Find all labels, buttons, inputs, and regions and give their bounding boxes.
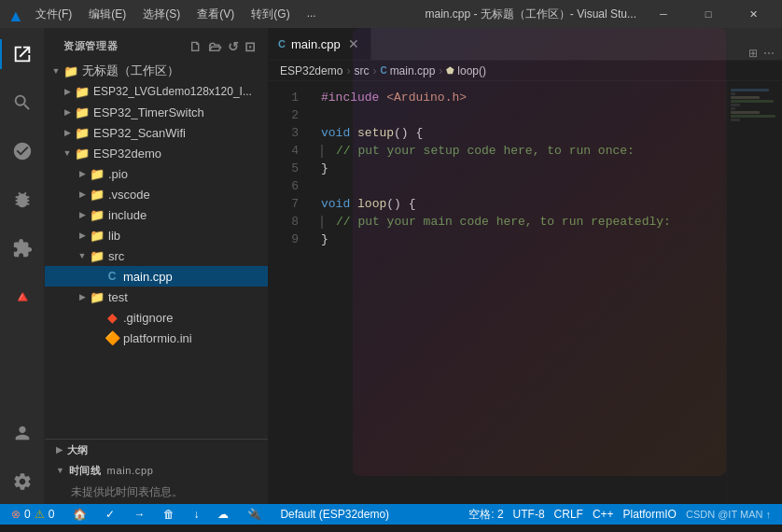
split-editor-icon[interactable]: ⊞ (748, 47, 758, 60)
label-platformio: platformio.ini (123, 331, 192, 345)
activity-accounts[interactable] (0, 411, 45, 455)
label-test: test (108, 290, 128, 304)
breadcrumb-maincpp[interactable]: C main.cpp (380, 64, 435, 77)
arrow-pio: ▶ (75, 166, 90, 181)
activity-explorer[interactable] (0, 32, 45, 77)
status-upload[interactable]: ☁ (214, 504, 232, 525)
status-language[interactable]: C++ (589, 504, 618, 525)
tree-item-pio[interactable]: ▶ 📁 .pio (45, 163, 268, 184)
window-controls: ─ □ ✕ (642, 0, 775, 28)
encoding-label: UTF-8 (513, 508, 545, 521)
close-button[interactable]: ✕ (732, 0, 775, 28)
tree-item-src[interactable]: ▼ 📁 src (45, 245, 268, 266)
tree-item-test[interactable]: ▶ 📁 test (45, 287, 268, 307)
tabs-right-actions: ⊞ ⋯ (741, 47, 782, 60)
arrow-maincpp (90, 269, 105, 284)
mini-line-1 (731, 89, 769, 91)
tree-item-gitignore[interactable]: ◆ .gitignore (45, 307, 268, 328)
breadcrumb-src[interactable]: src (354, 64, 369, 77)
collapse-icon[interactable]: ⊡ (244, 39, 257, 54)
outline-header[interactable]: ▶ 大纲 (45, 440, 268, 460)
tree-item-workspace[interactable]: ▼ 📁 无标题（工作区） (45, 61, 268, 81)
new-folder-icon[interactable]: 🗁 (208, 39, 222, 54)
line-numbers: 1 2 3 4 5 6 7 8 9 (269, 81, 306, 504)
code-area[interactable]: #include <Arduino.h> void setup() { // p… (306, 81, 726, 504)
status-download[interactable]: ↓ (189, 504, 202, 525)
menu-file[interactable]: 文件(F) (28, 5, 79, 24)
menu-bar: 文件(F) 编辑(E) 选择(S) 查看(V) 转到(G) ... (28, 5, 420, 24)
folder-icon-timer: 📁 (75, 105, 90, 119)
tree-item-include[interactable]: ▶ 📁 include (45, 204, 268, 225)
breadcrumb-loop[interactable]: ⬟ loop() (446, 64, 486, 77)
status-trash[interactable]: 🗑 (160, 504, 178, 525)
tree-item-vscode[interactable]: ▶ 📁 .vscode (45, 184, 268, 204)
code-line-4: // put your setup code here, to run once… (321, 142, 726, 160)
line-num-6: 6 (269, 177, 299, 195)
status-check[interactable]: ✓ (102, 504, 119, 525)
status-errors[interactable]: ⊗ 0 ⚠ 0 (7, 504, 58, 525)
status-watermark: CSDN @IT MAN ↑ (682, 504, 775, 525)
code-line-9: } (321, 231, 726, 248)
tree-item-maincpp[interactable]: C main.cpp (45, 266, 268, 287)
timeline-header[interactable]: ▼ 时间线 main.cpp (45, 460, 268, 481)
status-home[interactable]: 🏠 (69, 504, 91, 525)
trash-icon: 🗑 (163, 508, 175, 521)
status-line-ending[interactable]: CRLF (551, 504, 587, 525)
label-esp32-lvgl: ESP32_LVGLdemo128x120_I... (93, 85, 252, 98)
activity-debug[interactable] (0, 177, 45, 222)
language-label: C++ (593, 508, 614, 521)
menu-goto[interactable]: 转到(G) (244, 5, 297, 24)
activity-search[interactable] (0, 80, 45, 125)
git-file-icon: ◆ (105, 310, 119, 325)
line-num-7: 7 (269, 195, 299, 213)
more-actions-icon[interactable]: ⋯ (763, 47, 775, 60)
tree-item-esp32-timer[interactable]: ▶ 📁 ESP32_TimerSwitch (45, 102, 268, 122)
bottom-panel: ▶ 大纲 ▼ 时间线 main.cpp 未提供此时间表信息。 (45, 439, 268, 504)
label-esp32demo: ESP32demo (93, 147, 161, 161)
status-encoding[interactable]: UTF-8 (510, 504, 549, 525)
breadcrumb-esp32demo[interactable]: ESP32demo (280, 64, 342, 77)
folder-icon-demo: 📁 (75, 146, 90, 161)
activity-git[interactable] (0, 129, 45, 174)
serial-icon: 🔌 (247, 508, 261, 521)
status-spaces[interactable]: 空格: 2 (465, 504, 507, 525)
code-line-5: } (321, 160, 726, 177)
menu-more[interactable]: ... (300, 5, 324, 24)
refresh-icon[interactable]: ↺ (228, 39, 240, 54)
arrow-src: ▼ (75, 248, 90, 263)
activity-platformio[interactable]: 🔺 (0, 274, 45, 319)
status-right-arrow[interactable]: → (130, 504, 148, 525)
new-file-icon[interactable]: 🗋 (189, 39, 202, 54)
tree-item-platformio[interactable]: 🔶 platformio.ini (45, 328, 268, 348)
outline-arrow: ▶ (56, 445, 63, 455)
mini-line-8 (731, 115, 775, 118)
arrow-lib: ▶ (75, 228, 90, 243)
folder-icon-src: 📁 (90, 248, 105, 263)
line-num-2: 2 (269, 106, 299, 124)
activity-settings[interactable] (0, 459, 45, 504)
minimize-button[interactable]: ─ (642, 0, 685, 28)
arrow-esp32demo: ▼ (60, 146, 75, 161)
menu-select[interactable]: 选择(S) (135, 5, 188, 24)
error-count: 0 (24, 508, 31, 521)
tab-close-maincpp[interactable]: ✕ (346, 36, 361, 51)
menu-edit[interactable]: 编辑(E) (81, 5, 133, 24)
timeline-arrow: ▼ (56, 466, 65, 475)
status-right: 空格: 2 UTF-8 CRLF C++ PlatformIO CSDN @IT… (465, 504, 775, 525)
maximize-button[interactable]: □ (687, 0, 730, 28)
tree-item-esp32-lvgl[interactable]: ▶ 📁 ESP32_LVGLdemo128x120_I... (45, 81, 268, 102)
breadcrumb-fn: loop() (457, 64, 486, 77)
status-serial[interactable]: 🔌 (244, 504, 265, 525)
status-platform[interactable]: PlatformIO (620, 504, 680, 525)
tree-item-esp32-scan[interactable]: ▶ 📁 ESP32_ScanWifi (45, 122, 268, 143)
mini-line-9 (731, 119, 740, 121)
activity-extensions[interactable] (0, 226, 45, 271)
token-close-2: } (321, 231, 328, 248)
tab-maincpp[interactable]: C main.cpp ✕ (269, 28, 371, 60)
tree-item-lib[interactable]: ▶ 📁 lib (45, 225, 268, 245)
minimap (726, 81, 782, 504)
tree-item-esp32demo[interactable]: ▼ 📁 ESP32demo (45, 143, 268, 163)
label-gitignore: .gitignore (123, 311, 173, 325)
menu-view[interactable]: 查看(V) (189, 5, 242, 24)
status-env[interactable]: Default (ESP32demo) (276, 504, 393, 525)
